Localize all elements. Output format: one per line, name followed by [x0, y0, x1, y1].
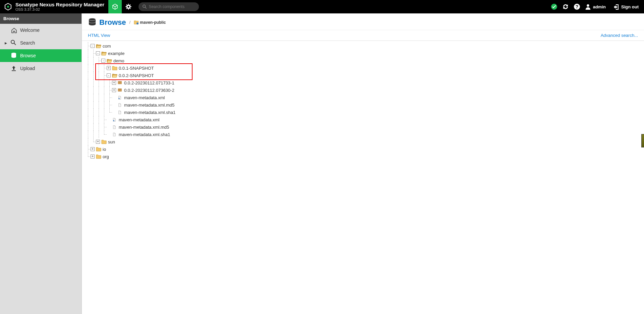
tree-toggle[interactable]: +	[91, 147, 95, 151]
tree-node-label[interactable]: org	[103, 154, 109, 159]
tree-toggle[interactable]: +	[112, 88, 116, 92]
sidebar-item-label: Upload	[20, 66, 35, 71]
tree-node-label[interactable]: demo	[113, 58, 124, 63]
side-handle[interactable]	[641, 134, 644, 147]
tree-toggle[interactable]: -	[91, 44, 95, 48]
user-menu[interactable]: admin	[585, 4, 606, 10]
product-title-block: Sonatype Nexus Repository Manager OSS 3.…	[15, 2, 104, 12]
database-icon	[88, 17, 97, 27]
html-view-link[interactable]: HTML View	[88, 33, 110, 38]
tree-toggle[interactable]: -	[101, 59, 105, 63]
tree-node-label[interactable]: maven-metadata.xml	[124, 95, 165, 100]
tree-container[interactable]: -com-example-demo+0.0.1-SNAPSHOT-0.0.2-S…	[82, 41, 644, 314]
tree-node-label[interactable]: maven-metadata.xml.sha1	[124, 110, 175, 115]
tree-row[interactable]: -0.0.2-SNAPSHOT	[85, 72, 641, 79]
tree-row[interactable]: maven-metadata.xml.md5	[85, 101, 641, 109]
top-header: Sonatype Nexus Repository Manager OSS 3.…	[0, 0, 644, 13]
folder-open-icon	[101, 51, 107, 56]
nexus-logo-icon	[4, 3, 12, 11]
tree-toggle[interactable]: +	[112, 81, 116, 85]
product-subtitle: OSS 3.37.3-02	[15, 7, 104, 11]
logo-block: Sonatype Nexus Repository Manager OSS 3.…	[0, 0, 108, 13]
page-header: Browse / maven-public	[82, 13, 644, 30]
database-icon	[11, 53, 17, 59]
tree-row[interactable]: +0.0.2-20230112.073630-2	[85, 86, 641, 94]
tree-row[interactable]: maven-metadata.xml	[85, 94, 641, 101]
tree-node-label[interactable]: 0.0.2-20230112.071733-1	[124, 80, 174, 85]
tree-node-label[interactable]: 0.0.2-20230112.073630-2	[124, 88, 174, 93]
tree-row[interactable]: -example	[85, 50, 641, 57]
signout-icon	[613, 4, 619, 10]
sidebar-item-label: Browse	[20, 53, 36, 58]
file-xml-icon	[117, 95, 123, 100]
tree-row[interactable]: -demo	[85, 57, 641, 64]
home-icon	[11, 27, 17, 33]
search-input[interactable]	[149, 4, 195, 9]
tree-row[interactable]: maven-metadata.xml.sha1	[85, 131, 641, 138]
browse-mode-button[interactable]	[108, 0, 122, 13]
tree-row[interactable]: -com	[85, 42, 641, 50]
sidebar-item-welcome[interactable]: Welcome	[0, 24, 82, 37]
sidebar-item-label: Welcome	[20, 27, 40, 33]
signout-button[interactable]: Sign out	[613, 4, 639, 10]
tree-toggle[interactable]: +	[107, 66, 111, 70]
repo-icon	[134, 20, 139, 25]
breadcrumb-separator: /	[129, 20, 130, 25]
tree-node-label[interactable]: com	[103, 44, 111, 49]
file-icon	[112, 124, 117, 130]
subheader: HTML View Advanced search...	[82, 30, 644, 41]
tree-row[interactable]: maven-metadata.xml	[85, 116, 641, 123]
tree-toggle[interactable]: -	[96, 51, 100, 55]
header-search[interactable]	[139, 2, 199, 11]
pkg-icon	[117, 80, 123, 85]
file-icon	[112, 132, 117, 137]
help-button[interactable]	[574, 3, 580, 10]
refresh-button[interactable]	[562, 3, 569, 10]
pkg-icon	[117, 87, 123, 93]
file-icon	[117, 102, 123, 108]
tree-row[interactable]: +0.0.2-20230112.071733-1	[85, 79, 641, 86]
admin-mode-button[interactable]	[122, 0, 135, 13]
tree-toggle[interactable]: -	[107, 73, 111, 77]
tree-node-label[interactable]: maven-metadata.xml	[119, 117, 159, 122]
tree-node-label[interactable]: 0.0.2-SNAPSHOT	[119, 73, 154, 78]
tree-node-label[interactable]: 0.0.1-SNAPSHOT	[119, 66, 154, 71]
file-icon	[117, 110, 123, 115]
tree-node-label[interactable]: sun	[108, 139, 115, 144]
signout-label: Sign out	[621, 4, 639, 9]
tree-node-label[interactable]: maven-metadata.xml.md5	[119, 125, 169, 130]
tree-toggle[interactable]: +	[91, 154, 95, 159]
tree-row[interactable]: +io	[85, 145, 641, 153]
tree-node-label[interactable]: io	[103, 147, 106, 152]
gear-icon	[125, 4, 131, 10]
user-icon	[585, 4, 591, 10]
advanced-search-link[interactable]: Advanced search...	[601, 33, 638, 38]
status-ok-icon[interactable]	[551, 3, 557, 10]
sidebar: Browse Welcome▸SearchBrowseUpload	[0, 13, 82, 314]
sidebar-item-search[interactable]: ▸Search	[0, 37, 82, 49]
search-icon	[143, 4, 147, 9]
tree-row[interactable]: maven-metadata.xml.md5	[85, 123, 641, 131]
header-right: admin Sign out	[551, 3, 644, 10]
folder-open-icon	[96, 43, 101, 49]
tree-row[interactable]: +0.0.1-SNAPSHOT	[85, 64, 641, 72]
tree-row[interactable]: maven-metadata.xml.sha1	[85, 109, 641, 116]
folder-closed-icon	[112, 65, 117, 71]
sidebar-item-browse[interactable]: Browse	[0, 49, 82, 62]
main-content: Browse / maven-public HTML View Advanced…	[82, 13, 644, 314]
tree-row[interactable]: +sun	[85, 138, 641, 145]
tree-toggle[interactable]: +	[96, 140, 100, 144]
product-title: Sonatype Nexus Repository Manager	[15, 2, 104, 8]
user-label: admin	[593, 4, 606, 9]
tree-node-label[interactable]: example	[108, 51, 124, 56]
folder-closed-icon	[101, 139, 107, 144]
breadcrumb-repo[interactable]: maven-public	[134, 20, 166, 25]
page-title: Browse	[99, 18, 126, 27]
file-xml-icon	[112, 117, 117, 122]
tree-row[interactable]: +org	[85, 153, 641, 160]
tree-node-label[interactable]: maven-metadata.xml.md5	[124, 103, 174, 108]
folder-closed-icon	[96, 146, 101, 152]
folder-open-icon	[107, 58, 112, 63]
sidebar-item-upload[interactable]: Upload	[0, 62, 82, 75]
tree-node-label[interactable]: maven-metadata.xml.sha1	[119, 132, 170, 137]
